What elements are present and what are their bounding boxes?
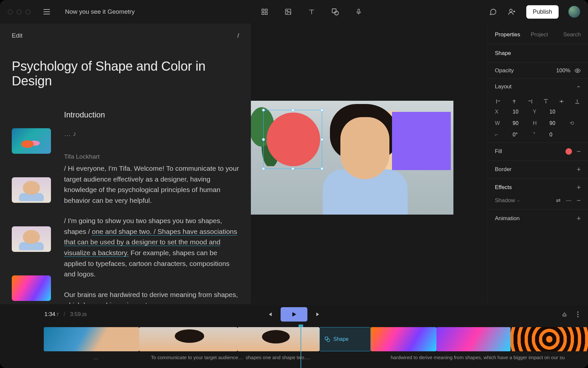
y-label: Y [533, 109, 545, 115]
comment-icon[interactable] [488, 7, 498, 16]
link-wh-icon[interactable]: ⟲ [570, 120, 581, 126]
publish-button[interactable]: Publish [526, 5, 559, 19]
image-icon[interactable] [284, 7, 293, 16]
scene-thumb[interactable] [12, 128, 51, 154]
svg-rect-8 [358, 9, 359, 12]
mic-icon[interactable] [354, 7, 363, 16]
music-marker: … ♪ [64, 129, 239, 139]
effect-settings-icon[interactable]: ⇄ [556, 197, 561, 204]
edit-mode-label[interactable]: Edit [12, 32, 23, 39]
fill-swatch[interactable] [565, 148, 572, 155]
align-left-icon[interactable] [495, 98, 502, 105]
border-label: Border [495, 166, 577, 173]
svg-rect-2 [262, 12, 264, 14]
svg-rect-4 [285, 9, 291, 15]
tab-properties[interactable]: Properties [495, 31, 520, 38]
timeline: 1:34.7 / 3:59.25 Shape [0, 304, 588, 368]
topbar-right: Publish [488, 5, 580, 19]
add-effect-icon[interactable]: + [577, 183, 581, 192]
resize-handle[interactable] [320, 109, 323, 112]
remove-effect-icon[interactable]: − [577, 196, 581, 205]
resize-handle[interactable] [320, 138, 323, 141]
section-heading: Introduction [64, 109, 239, 121]
canvas-area[interactable] [251, 24, 487, 304]
w-label: W [495, 120, 508, 126]
align-right-icon[interactable] [526, 98, 533, 105]
remove-fill-icon[interactable]: − [577, 147, 581, 156]
tab-search[interactable]: Search [563, 31, 581, 38]
align-vcenter-icon[interactable] [558, 98, 565, 105]
selection-box[interactable] [263, 110, 322, 169]
resize-handle[interactable] [262, 138, 265, 141]
align-hcenter-icon[interactable] [511, 98, 518, 105]
window-traffic-lights[interactable] [8, 9, 30, 14]
more-icon[interactable] [577, 311, 579, 318]
resize-handle[interactable] [262, 109, 265, 112]
scene-thumb[interactable] [12, 226, 51, 252]
effect-hide-icon[interactable]: ― [566, 197, 571, 204]
resize-handle[interactable] [291, 109, 294, 112]
topbar: Now you see it Geometry Publish [0, 0, 588, 24]
shape-clip[interactable]: Shape [319, 327, 371, 351]
grid-icon[interactable] [260, 7, 269, 16]
h-label: H [533, 120, 545, 126]
resize-handle[interactable] [291, 167, 294, 170]
add-animation-icon[interactable]: + [577, 214, 581, 223]
timeline-clip[interactable] [511, 327, 588, 351]
animation-label: Animation [495, 215, 577, 222]
y-input[interactable] [549, 109, 564, 115]
timeline-clip[interactable] [44, 327, 139, 351]
transcript-paragraph[interactable]: / Hi everyone, I'm Tifa. Welcome! To com… [64, 163, 239, 206]
transcript-column[interactable]: Introduction … ♪ Tifa Lockhart / Hi ever… [64, 109, 239, 304]
skip-forward-icon[interactable] [315, 311, 322, 318]
scene-thumbnail-column [12, 109, 51, 304]
timeline-clip[interactable] [139, 327, 237, 351]
page-title[interactable]: Psychology of Shape and Color in Design [12, 59, 239, 88]
skip-back-icon[interactable] [266, 311, 273, 318]
rotation-icon: ⌐ [495, 132, 508, 138]
transcript-paragraph[interactable]: / I'm going to show you two shapes you t… [64, 216, 239, 279]
scene-thumb[interactable] [12, 177, 51, 203]
w-input[interactable] [513, 120, 528, 126]
video-canvas[interactable] [251, 101, 453, 215]
timecode: 1:34.7 / 3:59.25 [44, 311, 87, 318]
menu-icon[interactable] [43, 9, 50, 14]
document-title[interactable]: Now you see it Geometry [65, 8, 135, 15]
timeline-clip[interactable] [237, 327, 319, 351]
add-border-icon[interactable]: + [577, 165, 581, 174]
svg-point-5 [286, 10, 288, 11]
transcript-paragraph[interactable]: Our brains are hardwired to derive meani… [64, 289, 239, 304]
shape-square[interactable] [392, 112, 451, 170]
opacity-value[interactable]: 100% [556, 67, 570, 74]
eject-icon[interactable] [561, 311, 568, 318]
shape-clip-label: Shape [334, 336, 349, 342]
section-shape: Shape [488, 44, 588, 62]
svg-rect-0 [262, 9, 264, 11]
resize-handle[interactable] [262, 167, 265, 170]
align-bottom-icon[interactable] [574, 98, 581, 105]
user-avatar[interactable] [568, 6, 580, 18]
timeline-clip[interactable] [371, 327, 436, 351]
slash-label: / [237, 32, 239, 39]
timeline-track[interactable]: Shape … To communicate to your target au… [0, 324, 588, 368]
shadow-label[interactable]: Shadow [495, 197, 556, 204]
x-input[interactable] [513, 109, 528, 115]
add-user-icon[interactable] [507, 7, 516, 16]
radius-input[interactable] [549, 132, 564, 138]
svg-point-9 [510, 9, 512, 12]
svg-point-12 [577, 314, 579, 315]
rotation-input[interactable] [513, 132, 528, 138]
shape-icon[interactable] [331, 7, 340, 16]
scene-thumb[interactable] [12, 275, 51, 301]
h-input[interactable] [549, 120, 564, 126]
eye-icon[interactable] [574, 67, 581, 74]
tab-project[interactable]: Project [531, 31, 548, 38]
play-button[interactable] [281, 307, 307, 322]
chevron-up-icon[interactable] [576, 84, 581, 89]
resize-handle[interactable] [320, 167, 323, 170]
radius-icon: ⌝ [533, 131, 545, 138]
text-icon[interactable] [307, 7, 316, 16]
timeline-clip[interactable] [436, 327, 510, 351]
svg-point-11 [577, 311, 579, 313]
align-top-icon[interactable] [542, 98, 549, 105]
